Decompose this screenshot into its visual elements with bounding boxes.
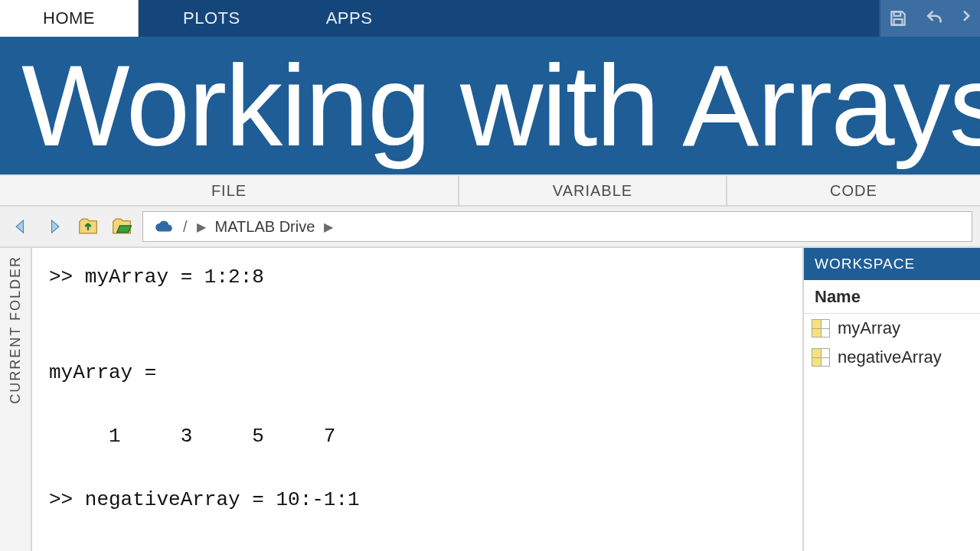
workspace-var-name: negativeArray xyxy=(838,347,942,367)
command-window[interactable]: >> myArray = 1:2:8 myArray = 1 3 5 7 >> … xyxy=(32,248,804,551)
undo-icon[interactable] xyxy=(925,8,945,28)
workspace-title: WORKSPACE xyxy=(804,248,980,280)
top-tabstrip: HOME PLOTS APPS xyxy=(0,0,980,37)
tabstrip-spacer xyxy=(415,0,879,37)
chevron-right-icon: ▶ xyxy=(197,220,206,234)
workspace-var-row[interactable]: myArray xyxy=(804,314,980,343)
path-segment-drive[interactable]: MATLAB Drive xyxy=(215,218,315,236)
ribbon-label-variable: VARIABLE xyxy=(459,176,727,205)
path-root-sep: / xyxy=(183,218,188,236)
svg-rect-0 xyxy=(894,11,901,15)
svg-rect-1 xyxy=(894,19,903,25)
redo-icon[interactable] xyxy=(962,8,972,28)
banner-title: Working with Arrays xyxy=(21,48,980,163)
path-toolbar: / ▶ MATLAB Drive ▶ xyxy=(0,207,980,248)
address-bar[interactable]: / ▶ MATLAB Drive ▶ xyxy=(142,211,972,242)
tab-apps[interactable]: APPS xyxy=(283,0,416,37)
chevron-right-icon: ▶ xyxy=(324,220,333,234)
workspace-col-name[interactable]: Name xyxy=(804,280,980,314)
forward-icon[interactable] xyxy=(41,214,67,240)
tab-plots[interactable]: PLOTS xyxy=(140,0,283,37)
main-area: CURRENT FOLDER >> myArray = 1:2:8 myArra… xyxy=(0,248,980,551)
console-line: myArray = xyxy=(49,361,156,384)
console-line: >> myArray = 1:2:8 xyxy=(49,266,264,289)
console-line: >> negativeArray = 10:-1:1 xyxy=(49,488,360,511)
save-icon[interactable] xyxy=(888,8,908,28)
back-icon[interactable] xyxy=(8,214,34,240)
tab-home[interactable]: HOME xyxy=(0,0,139,37)
workspace-panel: WORKSPACE Name myArray negativeArray xyxy=(804,248,980,551)
up-folder-icon[interactable] xyxy=(75,214,101,240)
workspace-var-name: myArray xyxy=(838,318,900,338)
cloud-icon xyxy=(154,217,174,236)
browse-folder-icon[interactable] xyxy=(109,214,135,240)
variable-icon xyxy=(812,319,830,337)
console-line: 1 3 5 7 xyxy=(49,425,335,448)
current-folder-panel-collapsed[interactable]: CURRENT FOLDER xyxy=(0,248,32,551)
ribbon-label-file: FILE xyxy=(0,176,459,205)
ribbon-label-code: CODE xyxy=(727,176,980,205)
ribbon-section-labels: FILE VARIABLE CODE xyxy=(0,174,980,207)
variable-icon xyxy=(812,348,830,367)
quick-access-toolbar xyxy=(879,0,980,37)
workspace-var-row[interactable]: negativeArray xyxy=(804,343,980,372)
title-banner: Working with Arrays xyxy=(0,37,980,174)
current-folder-label: CURRENT FOLDER xyxy=(8,256,24,404)
